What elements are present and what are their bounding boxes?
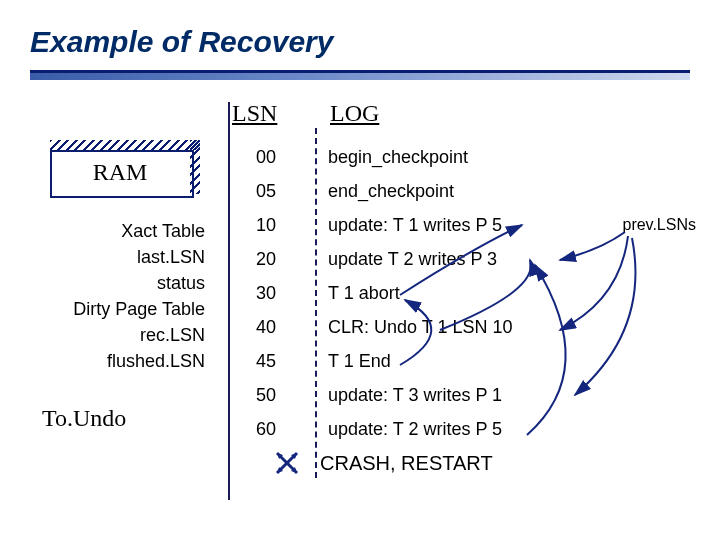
log-text: update: T 3 writes P 1 bbox=[300, 385, 502, 406]
log-text: CLR: Undo T 1 LSN 10 bbox=[300, 317, 512, 338]
left-item: Dirty Page Table bbox=[40, 296, 205, 322]
crash-row: CRASH, RESTART bbox=[232, 446, 512, 480]
left-item: flushed.LSN bbox=[40, 348, 205, 374]
log-text: update: T 1 writes P 5 bbox=[300, 215, 502, 236]
prev-lsns-label: prev.LSNs bbox=[622, 216, 696, 234]
divider-solid bbox=[228, 102, 230, 500]
lsn-value: 60 bbox=[232, 419, 300, 440]
column-header-lsn: LSN bbox=[232, 100, 277, 127]
log-text: begin_checkpoint bbox=[300, 147, 468, 168]
ram-label: RAM bbox=[50, 150, 190, 194]
log-row: 40 CLR: Undo T 1 LSN 10 bbox=[232, 310, 512, 344]
log-row: 10 update: T 1 writes P 5 bbox=[232, 208, 512, 242]
log-row: 20 update T 2 writes P 3 bbox=[232, 242, 512, 276]
lsn-value: 40 bbox=[232, 317, 300, 338]
slide-title: Example of Recovery bbox=[30, 25, 333, 59]
to-undo-label: To.Undo bbox=[42, 405, 126, 432]
left-params-list: Xact Table last.LSN status Dirty Page Ta… bbox=[40, 218, 205, 374]
lsn-value: 05 bbox=[232, 181, 300, 202]
log-row: 05 end_checkpoint bbox=[232, 174, 512, 208]
log-text: update: T 2 writes P 5 bbox=[300, 419, 502, 440]
left-item: Xact Table bbox=[40, 218, 205, 244]
log-rows: 00 begin_checkpoint 05 end_checkpoint 10… bbox=[232, 140, 512, 480]
crash-icon bbox=[232, 450, 304, 476]
ram-hatch-top bbox=[50, 140, 200, 150]
lsn-value: 30 bbox=[232, 283, 300, 304]
column-header-log: LOG bbox=[330, 100, 379, 127]
title-underline bbox=[30, 70, 690, 82]
left-item: last.LSN bbox=[40, 244, 205, 270]
lsn-value: 20 bbox=[232, 249, 300, 270]
crash-text: CRASH, RESTART bbox=[304, 452, 493, 475]
lsn-value: 50 bbox=[232, 385, 300, 406]
lsn-value: 45 bbox=[232, 351, 300, 372]
left-item: status bbox=[40, 270, 205, 296]
log-row: 50 update: T 3 writes P 1 bbox=[232, 378, 512, 412]
log-text: update T 2 writes P 3 bbox=[300, 249, 497, 270]
lsn-value: 10 bbox=[232, 215, 300, 236]
lsn-value: 00 bbox=[232, 147, 300, 168]
log-text: end_checkpoint bbox=[300, 181, 454, 202]
left-item: rec.LSN bbox=[40, 322, 205, 348]
log-row: 30 T 1 abort bbox=[232, 276, 512, 310]
log-row: 00 begin_checkpoint bbox=[232, 140, 512, 174]
log-row: 45 T 1 End bbox=[232, 344, 512, 378]
log-text: T 1 abort bbox=[300, 283, 400, 304]
log-row: 60 update: T 2 writes P 5 bbox=[232, 412, 512, 446]
log-text: T 1 End bbox=[300, 351, 391, 372]
